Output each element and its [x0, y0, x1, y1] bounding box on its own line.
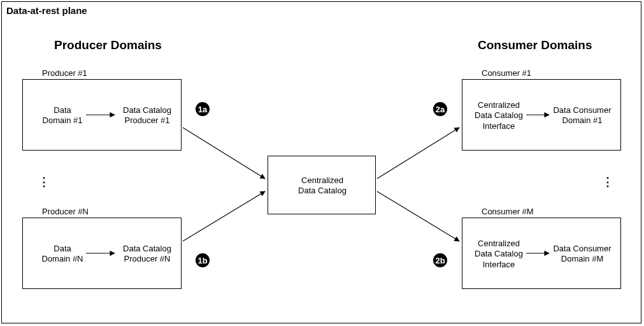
consumer-m-box: CentralizedData CatalogInterface Data Co… [462, 218, 621, 289]
central-catalog-label: CentralizedData Catalog [268, 175, 376, 196]
badge-1b: 1b [196, 253, 210, 267]
consumer-1-interface: CentralizedData CatalogInterface [470, 100, 527, 131]
consumer-1-domain: Data ConsumerDomain #1 [550, 105, 614, 126]
consumer-m-interface: CentralizedData CatalogInterface [470, 239, 527, 270]
central-catalog-box: CentralizedData Catalog [268, 156, 376, 214]
consumer-domains-heading: Consumer Domains [478, 38, 592, 52]
consumer-1-title: Consumer #1 [482, 68, 531, 78]
producer-n-box: DataDomain #N Data CatalogProducer #N [22, 218, 182, 289]
consumer-1-box: CentralizedData CatalogInterface Data Co… [462, 79, 621, 151]
producer-domains-heading: Producer Domains [54, 38, 162, 52]
consumer-m-domain: Data ConsumerDomain #M [550, 244, 614, 265]
producer-1-title: Producer #1 [42, 68, 87, 78]
producer-1-box: DataDomain #1 Data CatalogProducer #1 [22, 79, 182, 151]
producer-ellipsis-icon: ⋮ [38, 180, 50, 184]
producer-1-catalog: Data CatalogProducer #1 [118, 105, 176, 126]
producer-n-catalog: Data CatalogProducer #N [118, 244, 176, 265]
consumer-m-title: Consumer #M [482, 207, 534, 216]
producer-n-title: Producer #N [42, 207, 89, 216]
producer-1-data-domain: DataDomain #1 [37, 105, 88, 126]
badge-1a: 1a [196, 102, 210, 116]
badge-2a: 2a [433, 102, 447, 116]
consumer-ellipsis-icon: ⋮ [602, 180, 613, 184]
producer-n-data-domain: DataDomain #N [37, 244, 88, 265]
badge-2b: 2b [433, 253, 447, 267]
plane-title: Data-at-rest plane [6, 5, 87, 16]
